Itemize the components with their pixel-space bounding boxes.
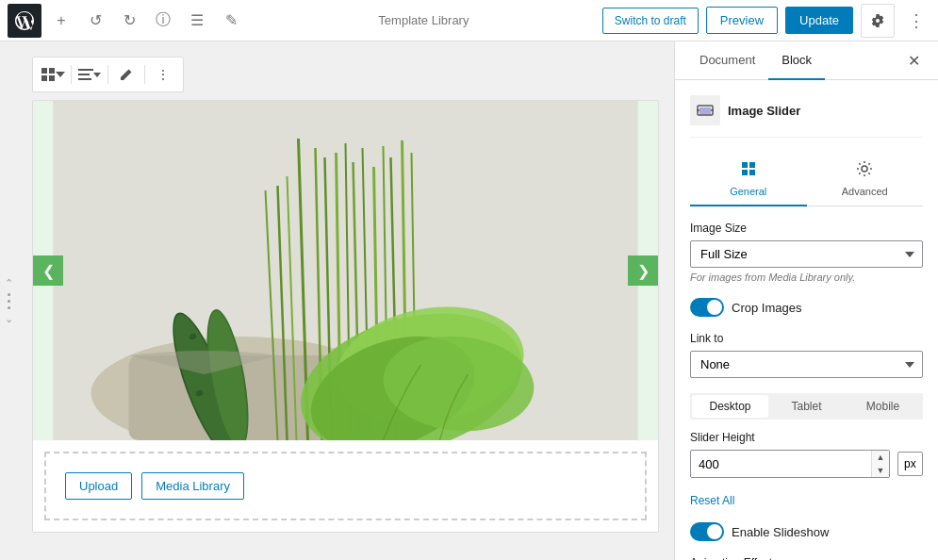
edit-button[interactable] xyxy=(112,61,140,88)
svg-rect-3 xyxy=(49,75,55,81)
wp-logo xyxy=(8,4,41,38)
image-slider-block: ❮ ❯ Upload Media Library xyxy=(32,100,659,533)
increment-button[interactable]: ▲ xyxy=(872,451,889,464)
divider xyxy=(144,65,145,84)
add-block-button[interactable]: + xyxy=(47,7,75,35)
svg-rect-5 xyxy=(78,74,90,75)
svg-rect-41 xyxy=(742,162,748,168)
slider-image xyxy=(33,101,658,440)
advanced-icon xyxy=(856,160,873,182)
block-type-label: Image Slider xyxy=(728,104,800,118)
tab-document[interactable]: Document xyxy=(686,41,768,80)
topbar-right: Switch to draft Preview Update ⋮ xyxy=(602,4,930,38)
page-title: Template Library xyxy=(253,13,595,27)
svg-rect-38 xyxy=(699,107,711,114)
sidebar: Document Block ✕ Image Slider General xyxy=(674,41,938,560)
link-to-field: Link to None xyxy=(690,332,923,378)
switch-draft-button[interactable]: Switch to draft xyxy=(602,8,699,34)
divider xyxy=(107,65,108,84)
crop-images-toggle[interactable] xyxy=(690,298,724,317)
svg-rect-0 xyxy=(41,68,47,74)
image-size-note: For images from Media Library only. xyxy=(690,272,923,283)
list-view-button[interactable]: ☰ xyxy=(183,7,211,35)
align-button[interactable] xyxy=(75,61,104,88)
slider-height-label: Slider Height xyxy=(690,431,923,444)
upload-zone: Upload Media Library xyxy=(44,452,647,520)
info-button[interactable]: ⓘ xyxy=(149,7,177,35)
image-slider-icon xyxy=(690,95,720,125)
decrement-button[interactable]: ▼ xyxy=(872,464,889,477)
redo-button[interactable]: ↻ xyxy=(115,7,143,35)
media-library-button[interactable]: Media Library xyxy=(141,472,244,500)
editor-area: ⋮ xyxy=(17,41,674,560)
enable-slideshow-label: Enable Slideshow xyxy=(732,525,829,539)
link-to-select[interactable]: None xyxy=(690,351,923,378)
tab-advanced-label: Advanced xyxy=(842,186,888,197)
next-slide-button[interactable]: ❯ xyxy=(628,255,658,286)
slider-height-input[interactable] xyxy=(691,452,871,477)
svg-rect-4 xyxy=(78,69,93,71)
sidebar-close-button[interactable]: ✕ xyxy=(900,47,927,74)
reset-all-link[interactable]: Reset All xyxy=(690,494,734,507)
sidebar-content: Image Slider General Advanced xyxy=(675,80,938,560)
tab-general-label: General xyxy=(730,186,766,197)
enable-slideshow-toggle[interactable] xyxy=(690,522,724,541)
resp-tab-tablet[interactable]: Tablet xyxy=(768,395,845,418)
unit-select[interactable]: px % vh xyxy=(897,452,923,476)
main-area: ⌃ ⌄ ⋮ xyxy=(0,41,938,560)
image-size-field: Image Size Full Size For images from Med… xyxy=(690,222,923,283)
more-block-options-button[interactable]: ⋮ xyxy=(149,61,177,88)
image-size-select[interactable]: Full Size xyxy=(690,240,923,268)
sidebar-tabs: Document Block ✕ xyxy=(675,41,938,80)
tab-general[interactable]: General xyxy=(690,153,807,206)
image-size-label: Image Size xyxy=(690,222,923,235)
slider-container: ❮ ❯ xyxy=(33,101,658,440)
height-input-row: ▲ ▼ px % vh xyxy=(690,450,923,478)
panel-tabs: General Advanced xyxy=(690,153,923,206)
animation-effect-field: Animation Effect Slide Fade xyxy=(690,556,923,560)
general-icon xyxy=(740,160,757,182)
prev-slide-button[interactable]: ❮ xyxy=(33,255,63,286)
upload-button[interactable]: Upload xyxy=(65,472,132,500)
topbar: + ↺ ↻ ⓘ ☰ ✎ Template Library Switch to d… xyxy=(0,0,938,41)
topbar-left: + ↺ ↻ ⓘ ☰ ✎ xyxy=(8,4,245,38)
height-input-wrap: ▲ ▼ xyxy=(690,450,890,478)
settings-button[interactable] xyxy=(861,4,895,38)
divider xyxy=(71,65,72,84)
resp-tab-mobile[interactable]: Mobile xyxy=(845,395,921,418)
number-spinners: ▲ ▼ xyxy=(871,451,889,477)
svg-rect-6 xyxy=(78,78,91,80)
svg-rect-43 xyxy=(742,170,748,175)
pen-button[interactable]: ✎ xyxy=(217,7,245,35)
arrow-up-icon[interactable]: ⌃ xyxy=(5,277,13,289)
block-type-header: Image Slider xyxy=(690,95,923,138)
svg-rect-44 xyxy=(749,170,755,175)
arrow-down-icon[interactable]: ⌄ xyxy=(5,313,13,325)
link-to-label: Link to xyxy=(690,332,923,345)
svg-point-45 xyxy=(862,166,867,172)
svg-rect-42 xyxy=(749,162,755,168)
left-collapse-handle[interactable]: ⌃ ⌄ xyxy=(0,41,17,560)
preview-button[interactable]: Preview xyxy=(706,7,778,34)
toggle-knob xyxy=(707,300,722,315)
tab-advanced[interactable]: Advanced xyxy=(807,153,924,206)
update-button[interactable]: Update xyxy=(785,7,853,34)
svg-rect-1 xyxy=(49,68,55,74)
svg-rect-2 xyxy=(41,75,47,81)
block-toolbar: ⋮ xyxy=(32,57,184,92)
crop-images-row: Crop Images xyxy=(690,298,923,317)
crop-images-label: Crop Images xyxy=(732,301,801,315)
enable-slideshow-row: Enable Slideshow xyxy=(690,522,923,541)
block-type-button[interactable] xyxy=(39,61,67,88)
tab-block[interactable]: Block xyxy=(768,41,825,80)
toggle-knob-2 xyxy=(707,524,722,539)
responsive-tabs: Desktop Tablet Mobile xyxy=(690,393,923,420)
animation-effect-label: Animation Effect xyxy=(690,556,923,560)
resp-tab-desktop[interactable]: Desktop xyxy=(692,395,768,418)
undo-button[interactable]: ↺ xyxy=(81,7,109,35)
slider-height-field: Slider Height ▲ ▼ px % vh xyxy=(690,431,923,478)
more-options-button[interactable]: ⋮ xyxy=(902,7,930,35)
